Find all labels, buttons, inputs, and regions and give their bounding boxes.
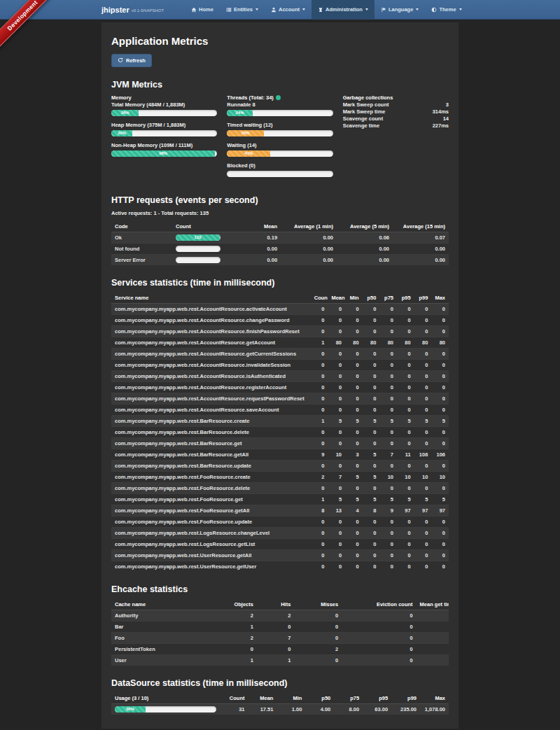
table-cell: 0 <box>431 325 449 337</box>
http-count-cell <box>172 254 230 265</box>
table-cell: 0.00 <box>281 232 337 243</box>
metric-label: Timed waiting (12) <box>227 122 332 128</box>
gc-column: Garbage collections Mark Sweep count3Mar… <box>343 94 449 183</box>
column-header: Average (1 min) <box>281 221 337 232</box>
table-cell: 97 <box>397 505 414 516</box>
service-name-cell: com.mycompany.myapp.web.rest.AccountReso… <box>111 314 311 325</box>
nav-item-account[interactable]: Account <box>265 0 312 19</box>
jvm-metric: Heap Memory (375M / 1,883M)20% <box>111 122 217 136</box>
table-cell: 0 <box>363 426 380 437</box>
table-cell: 0 <box>379 303 397 314</box>
table-cell: 0 <box>379 460 397 471</box>
table-cell: 97 <box>414 505 432 516</box>
column-header: Service name <box>111 293 311 304</box>
table-cell: 235.00 <box>391 703 420 715</box>
cache-row: Bar1000 <box>111 621 449 632</box>
nav-item-label: Theme <box>439 6 456 13</box>
column-header: p99 <box>414 293 432 304</box>
nav-item-administration[interactable]: Administration <box>312 0 374 19</box>
table-cell: 3 <box>345 449 363 460</box>
table-cell: 0 <box>328 393 345 404</box>
table-cell: 0 <box>328 549 345 561</box>
table-cell: 1 <box>311 493 328 505</box>
column-header: p50 <box>305 693 334 704</box>
http-count-cell: 132 <box>172 232 230 243</box>
table-cell: 0 <box>397 303 414 314</box>
table-cell: 8 <box>311 505 328 516</box>
table-cell: 0 <box>257 643 294 654</box>
refresh-button[interactable]: Refresh <box>111 54 152 67</box>
table-cell: 0 <box>328 460 345 471</box>
table-cell: 5 <box>345 493 363 505</box>
nav-item-label: Administration <box>326 6 363 13</box>
table-cell: 0 <box>311 348 328 359</box>
table-cell: 0 <box>342 643 416 654</box>
memory-heading: Memory <box>111 94 217 101</box>
table-cell: 0 <box>379 482 397 493</box>
table-cell: 0 <box>414 348 432 359</box>
progress-label: 132 <box>194 235 201 239</box>
nav-item-entities[interactable]: Entities <box>220 0 265 19</box>
table-cell: 1 <box>311 415 328 426</box>
table-cell: 0 <box>431 359 449 370</box>
table-cell: 0 <box>328 426 345 437</box>
http-code-cell: Not found <box>111 243 172 254</box>
column-header: Objects <box>213 599 257 610</box>
table-cell: 0 <box>328 404 345 415</box>
cache-name-cell: Bar <box>111 621 213 632</box>
gc-label: Mark Sweep count <box>343 101 389 108</box>
table-cell: 0 <box>414 437 432 449</box>
column-header: Min <box>276 693 305 704</box>
table-cell: 0 <box>431 437 449 449</box>
table-cell: 0 <box>379 561 397 572</box>
table-cell: 0 <box>345 314 363 325</box>
refresh-icon <box>118 57 123 63</box>
http-row: Server Error0.000.000.000.00 <box>111 254 449 265</box>
table-cell: 0 <box>311 460 328 471</box>
progress-label: 41% <box>244 151 253 155</box>
table-cell: 0 <box>311 325 328 337</box>
column-header: Mean get time (ms) <box>416 599 449 610</box>
table-cell: 0 <box>328 516 345 527</box>
progress-bar: 26% <box>111 110 217 116</box>
table-cell: 2 <box>257 610 294 621</box>
table-cell: 0 <box>328 314 345 325</box>
table-cell: 63.00 <box>363 703 391 715</box>
table-cell: 106 <box>431 449 449 460</box>
nav-item-home[interactable]: Home <box>185 0 220 19</box>
table-cell: 0 <box>345 527 363 538</box>
caret-down-icon <box>255 8 258 10</box>
table-cell: 0.19 <box>230 232 281 243</box>
table-cell: 0 <box>379 549 397 561</box>
table-cell: 0 <box>311 381 328 393</box>
refresh-button-label: Refresh <box>126 57 146 64</box>
column-header: p95 <box>397 293 414 304</box>
progress-label: 30% <box>126 707 134 711</box>
jvm-metric: Non-Heap Memory (109M / 111M)98% <box>111 142 217 157</box>
table-cell: 0 <box>363 538 380 549</box>
table-cell: 0 <box>379 381 397 393</box>
table-cell: 0.00 <box>393 243 449 254</box>
service-name-cell: com.mycompany.myapp.web.rest.AccountReso… <box>111 337 311 348</box>
table-cell: 0 <box>345 437 363 449</box>
http-row: Not found0.000.000.000.00 <box>111 243 449 254</box>
service-row: com.mycompany.myapp.web.rest.AccountReso… <box>111 348 449 359</box>
table-cell: 0 <box>379 370 397 381</box>
metric-label: Waiting (14) <box>227 142 332 148</box>
table-cell: 0.00 <box>337 254 393 265</box>
table-cell: 0 <box>363 460 380 471</box>
table-cell: 0 <box>342 632 416 643</box>
ehcache-heading: Ehcache statistics <box>111 584 449 594</box>
table-cell: 2 <box>213 632 257 643</box>
table-cell: 0 <box>311 437 328 449</box>
nav-item-language[interactable]: Language <box>374 0 425 19</box>
table-cell <box>416 632 449 643</box>
metric-label: Heap Memory (375M / 1,883M) <box>111 122 217 128</box>
table-cell: 0 <box>311 561 328 572</box>
brand-logo[interactable]: jhipster v0.1-SNAPSHOT <box>102 0 164 19</box>
nav-item-theme[interactable]: Theme <box>425 0 468 19</box>
table-header-row: Cache nameObjectsHitsMissesEviction coun… <box>111 599 449 610</box>
table-cell: 5 <box>328 415 345 426</box>
table-cell: 10 <box>397 471 414 482</box>
metric-label: Total Memory (484M / 1,883M) <box>111 101 217 108</box>
